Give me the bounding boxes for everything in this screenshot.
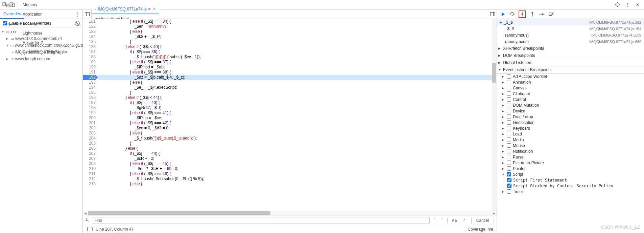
- breakpoint-checkbox[interactable]: [507, 178, 511, 182]
- section-header[interactable]: ▶DOM Breakpoints: [497, 52, 644, 59]
- match-case-toggle[interactable]: Aa: [450, 218, 458, 223]
- js-file-icon: ▫: [12, 50, 14, 55]
- section-header[interactable]: ▼Event Listener Breakpoints: [497, 66, 644, 73]
- category-checkbox[interactable]: [507, 80, 511, 84]
- tree-file[interactable]: ▫IM0jQktM6FSQ.6771a74.js: [0, 49, 82, 56]
- resume-icon[interactable]: [500, 11, 506, 17]
- find-prev-icon[interactable]: ˄: [432, 218, 437, 223]
- deactivate-breakpoints-icon[interactable]: [548, 11, 554, 17]
- svg-point-14: [532, 15, 533, 16]
- event-category[interactable]: ▶DOM Mutation: [497, 102, 644, 108]
- category-checkbox[interactable]: [507, 143, 511, 148]
- category-checkbox[interactable]: [507, 155, 511, 159]
- event-category[interactable]: ▶Ad Auction Worklet: [497, 73, 644, 79]
- toggle-debugger-icon[interactable]: [488, 9, 497, 19]
- category-checkbox[interactable]: [507, 172, 511, 176]
- event-category-timer[interactable]: ▶Timer: [497, 189, 644, 194]
- close-devtools-icon[interactable]: ✕: [634, 1, 641, 8]
- event-breakpoint[interactable]: Script First Statement: [497, 177, 644, 183]
- category-checkbox[interactable]: [507, 132, 511, 136]
- regex-toggle[interactable]: .*: [461, 218, 467, 223]
- editor-panel: ▫IM0jQktM6FSQ.6771a74.js✕businessAnnc.ht…: [83, 9, 497, 233]
- editor-horizontal-scrollbar[interactable]: ◀▶: [83, 211, 497, 216]
- editor-vertical-scrollbar[interactable]: [492, 19, 497, 211]
- event-category[interactable]: ▶Clipboard: [497, 91, 644, 97]
- tree-root[interactable]: ▼ ▭ xxx: [0, 28, 82, 35]
- event-category[interactable]: ▶Media: [497, 137, 644, 143]
- file-tab[interactable]: ▫IM0jQktM6FSQ.6771a74.js✕: [92, 5, 159, 14]
- event-category[interactable]: ▶Drag / drop: [497, 114, 644, 120]
- more-tabs-icon[interactable]: »: [24, 12, 31, 17]
- category-checkbox[interactable]: [507, 137, 511, 142]
- category-checkbox[interactable]: [507, 97, 511, 102]
- find-input[interactable]: [92, 217, 430, 224]
- nav-tab-page[interactable]: Page: [0, 0, 24, 9]
- category-checkbox[interactable]: [507, 149, 511, 153]
- find-cancel-button[interactable]: Cancel: [471, 217, 494, 224]
- category-checkbox[interactable]: [507, 114, 511, 119]
- clear-icon[interactable]: [75, 21, 80, 26]
- debugger-toolbar: [497, 9, 644, 19]
- stack-frame[interactable]: ▶_$_$IM0jQktM6FSQ.6771a74.js:192: [497, 19, 644, 25]
- event-breakpoint[interactable]: Script Blocked by Content Security Polic…: [497, 183, 644, 189]
- event-category[interactable]: ▶Picture-in-Picture: [497, 160, 644, 166]
- step-out-icon[interactable]: [529, 11, 535, 17]
- code-editor[interactable]: 1811821831841851861871881891901911921931…: [83, 19, 497, 211]
- navigator-menu-icon[interactable]: ⋮: [72, 11, 82, 17]
- event-category[interactable]: ▶Geolocation: [497, 120, 644, 125]
- section-header[interactable]: ▶Global Listeners: [497, 59, 644, 66]
- pretty-print-icon[interactable]: { }: [86, 227, 94, 232]
- toggle-navigator-icon[interactable]: [83, 9, 92, 19]
- category-checkbox[interactable]: [507, 166, 511, 171]
- event-category[interactable]: ▶Pointer: [497, 166, 644, 171]
- stack-frame[interactable]: (anonymous)IM0jQktM6FSQ.6771a74.js:689: [497, 38, 644, 45]
- find-next-icon[interactable]: ˅: [440, 218, 445, 223]
- event-category[interactable]: ▶Notification: [497, 148, 644, 154]
- more-icon[interactable]: ⋮: [624, 1, 631, 8]
- enable-local-overrides-checkbox[interactable]: [3, 21, 7, 25]
- current-frame-icon: ▶: [500, 20, 502, 24]
- svg-point-16: [544, 14, 545, 15]
- category-checkbox[interactable]: [507, 120, 511, 125]
- enable-local-overrides-label: Enable Local Overrides: [9, 21, 51, 26]
- override-badge-icon: [65, 51, 67, 53]
- category-checkbox[interactable]: [507, 86, 511, 90]
- event-category[interactable]: ▶Canvas: [497, 85, 644, 91]
- event-category[interactable]: ▶Control: [497, 97, 644, 102]
- status-bar: { } Line 207, Column 47 Coverage: n/a: [83, 225, 497, 233]
- folder-icon: ▭: [10, 43, 14, 48]
- category-checkbox[interactable]: [507, 103, 511, 107]
- nav-tab-overrides[interactable]: Overrides: [0, 9, 24, 19]
- event-category[interactable]: ▶Mouse: [497, 143, 644, 148]
- stack-frame[interactable]: (anonymous)IM0jQktM6FSQ.6771a74.js:59: [497, 32, 644, 38]
- event-category[interactable]: ▶Parse: [497, 154, 644, 160]
- category-checkbox[interactable]: [507, 91, 511, 96]
- event-category[interactable]: ▶Keyboard: [497, 125, 644, 131]
- override-badge-icon: [148, 8, 150, 10]
- debugger-panel: ▶_$_$IM0jQktM6FSQ.6771a74.js:192_$_$IM0j…: [497, 9, 644, 233]
- event-category[interactable]: ▶Animation: [497, 79, 644, 85]
- category-checkbox[interactable]: [507, 126, 511, 130]
- category-checkbox[interactable]: [507, 189, 511, 194]
- js-file-icon: ▫: [95, 7, 96, 12]
- category-checkbox[interactable]: [507, 74, 511, 79]
- event-category[interactable]: ▶Load: [497, 131, 644, 137]
- section-header[interactable]: ▶XHR/fetch Breakpoints: [497, 45, 644, 52]
- settings-icon[interactable]: [614, 1, 621, 8]
- tree-folder[interactable]: ▶▭www.fangdi.com.cn: [0, 56, 82, 62]
- breakpoint-checkbox[interactable]: [507, 184, 511, 188]
- folder-icon: ▭: [10, 57, 14, 61]
- svg-rect-7: [490, 12, 495, 16]
- category-checkbox[interactable]: [507, 161, 511, 165]
- category-checkbox[interactable]: [507, 109, 511, 113]
- main-tab-memory[interactable]: Memory: [19, 0, 69, 9]
- event-category[interactable]: ▶Device: [497, 108, 644, 114]
- svg-rect-9: [501, 13, 501, 16]
- stack-frame[interactable]: _$_$IM0jQktM6FSQ.6771a74.js:164: [497, 25, 644, 32]
- folder-icon: ▭: [6, 29, 9, 34]
- step-into-icon[interactable]: [519, 10, 526, 18]
- step-icon[interactable]: [539, 11, 545, 17]
- event-category-script[interactable]: ▼Script: [497, 171, 644, 177]
- step-over-icon[interactable]: [509, 11, 515, 17]
- close-tab-icon[interactable]: ✕: [153, 7, 156, 11]
